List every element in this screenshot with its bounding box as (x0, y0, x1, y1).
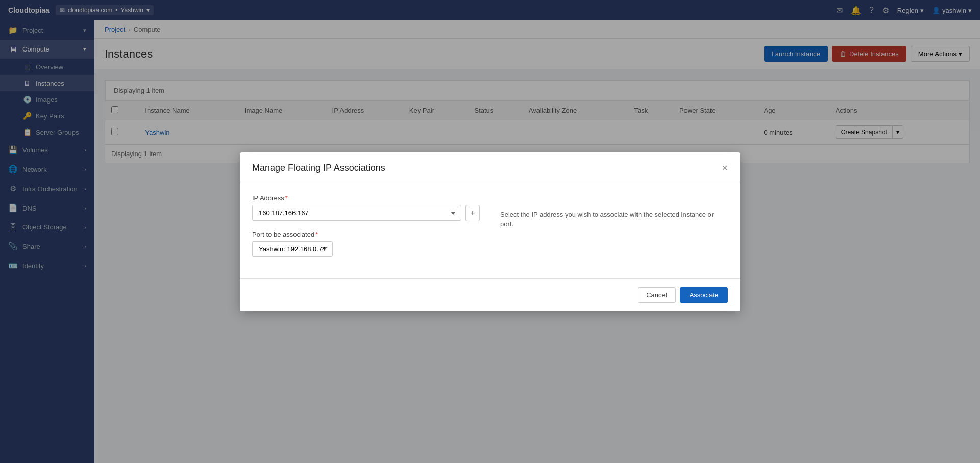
modal-footer: Cancel Associate (240, 278, 740, 311)
add-ip-button[interactable]: + (465, 205, 480, 221)
ip-address-select[interactable]: 160.187.166.167 (252, 205, 461, 221)
modal-title: Manage Floating IP Associations (252, 163, 385, 173)
ip-address-label: IP Address* (252, 194, 480, 202)
modal-hint-text: Select the IP address you wish to associ… (500, 210, 728, 229)
ip-address-group: IP Address* 160.187.166.167 + (252, 194, 480, 221)
port-required-indicator: * (315, 230, 318, 238)
required-indicator: * (285, 194, 288, 202)
port-select[interactable]: Yashwin: 192.168.0.74 (252, 241, 333, 257)
ip-address-control-row: 160.187.166.167 + (252, 205, 480, 221)
manage-floating-ip-modal: Manage Floating IP Associations × IP Add… (240, 152, 740, 311)
modal-header: Manage Floating IP Associations × (240, 152, 740, 182)
port-label: Port to be associated* (252, 230, 480, 238)
port-group: Port to be associated* Yashwin: 192.168.… (252, 230, 480, 257)
modal-body: IP Address* 160.187.166.167 + Port to be… (240, 182, 740, 278)
modal-close-button[interactable]: × (722, 163, 728, 173)
modal-hint-area: Select the IP address you wish to associ… (500, 194, 728, 266)
cancel-button[interactable]: Cancel (638, 287, 675, 303)
associate-button[interactable]: Associate (680, 287, 728, 303)
modal-form: IP Address* 160.187.166.167 + Port to be… (252, 194, 480, 266)
modal-overlay[interactable]: Manage Floating IP Associations × IP Add… (0, 0, 980, 463)
